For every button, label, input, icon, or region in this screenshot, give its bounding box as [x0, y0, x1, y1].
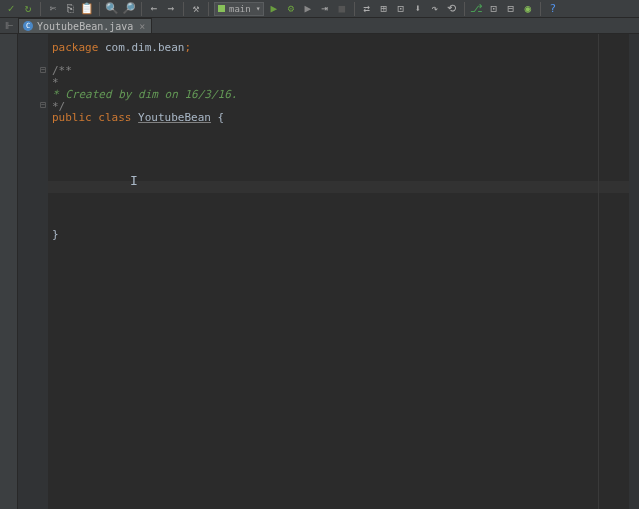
- editor-container: ⊟ ⊟ package com.dim.bean; /** * * Create…: [0, 34, 639, 509]
- file-tab-active[interactable]: C YoutubeBean.java ×: [18, 18, 152, 33]
- text-caret: I: [130, 175, 131, 189]
- diff-icon[interactable]: ⊟: [504, 2, 518, 16]
- code-line: [52, 124, 635, 136]
- main-toolbar: ✓ ↻ ✄ ⎘ 📋 🔍 🔎 ← → ⚒ main ▶ ⚙ ▶ ⇥ ■ ⇄ ⊞ ⊡…: [0, 0, 639, 18]
- make-icon[interactable]: ⚒: [189, 2, 203, 16]
- replace-icon[interactable]: 🔎: [122, 2, 136, 16]
- android-icon[interactable]: ◉: [521, 2, 535, 16]
- code-line: [52, 194, 635, 206]
- code-line: public class YoutubeBean {: [52, 112, 635, 124]
- git-icon[interactable]: ⎇: [470, 2, 484, 16]
- class-file-icon: C: [23, 21, 33, 31]
- close-icon[interactable]: ×: [137, 21, 147, 32]
- coverage-icon[interactable]: ▶: [301, 2, 315, 16]
- code-editor[interactable]: package com.dim.bean; /** * * Created by…: [48, 34, 639, 509]
- debug-icon[interactable]: ⚙: [284, 2, 298, 16]
- sdk-icon[interactable]: ⊡: [394, 2, 408, 16]
- monitor-icon[interactable]: ↷: [428, 2, 442, 16]
- code-line: [52, 54, 635, 66]
- commit-icon[interactable]: ✓: [4, 2, 18, 16]
- editor-area[interactable]: ⊟ ⊟ package com.dim.bean; /** * * Create…: [18, 34, 639, 509]
- back-icon[interactable]: ←: [147, 2, 161, 16]
- editor-scrollbar[interactable]: [629, 34, 639, 509]
- reset-icon[interactable]: ⊡: [487, 2, 501, 16]
- tab-filename: YoutubeBean.java: [37, 21, 133, 32]
- copy-icon[interactable]: ⎘: [63, 2, 77, 16]
- sync-icon[interactable]: ⇄: [360, 2, 374, 16]
- code-line: [52, 136, 635, 148]
- editor-gutter: ⊟ ⊟: [18, 34, 48, 509]
- update-icon[interactable]: ↻: [21, 2, 35, 16]
- attach-icon[interactable]: ⇥: [318, 2, 332, 16]
- fold-icon[interactable]: ⊟: [40, 99, 46, 110]
- right-margin-guide: [598, 34, 599, 509]
- editor-tab-bar: ⊩ C YoutubeBean.java ×: [0, 18, 639, 34]
- code-line: * Created by dim on 16/3/16.: [52, 89, 635, 101]
- forward-icon[interactable]: →: [164, 2, 178, 16]
- code-line: }: [52, 229, 635, 241]
- paste-icon[interactable]: 📋: [80, 2, 94, 16]
- run-config-dropdown[interactable]: main: [214, 2, 264, 16]
- code-line: package com.dim.bean;: [52, 42, 635, 54]
- fold-icon[interactable]: ⊟: [40, 64, 46, 75]
- cut-icon[interactable]: ✄: [46, 2, 60, 16]
- run-icon[interactable]: ▶: [267, 2, 281, 16]
- find-icon[interactable]: 🔍: [105, 2, 119, 16]
- left-tool-margin: [0, 34, 18, 509]
- project-toggle-icon[interactable]: ⊩: [0, 18, 18, 33]
- code-line: [52, 147, 635, 159]
- help-icon[interactable]: ?: [546, 2, 560, 16]
- profiler-icon[interactable]: ⟲: [445, 2, 459, 16]
- code-line: [52, 159, 635, 171]
- stop-icon[interactable]: ■: [335, 2, 349, 16]
- structure-icon[interactable]: ⊞: [377, 2, 391, 16]
- code-line: [52, 218, 635, 230]
- code-line: /**: [52, 65, 635, 77]
- code-line: [52, 206, 635, 218]
- avd-icon[interactable]: ⬇: [411, 2, 425, 16]
